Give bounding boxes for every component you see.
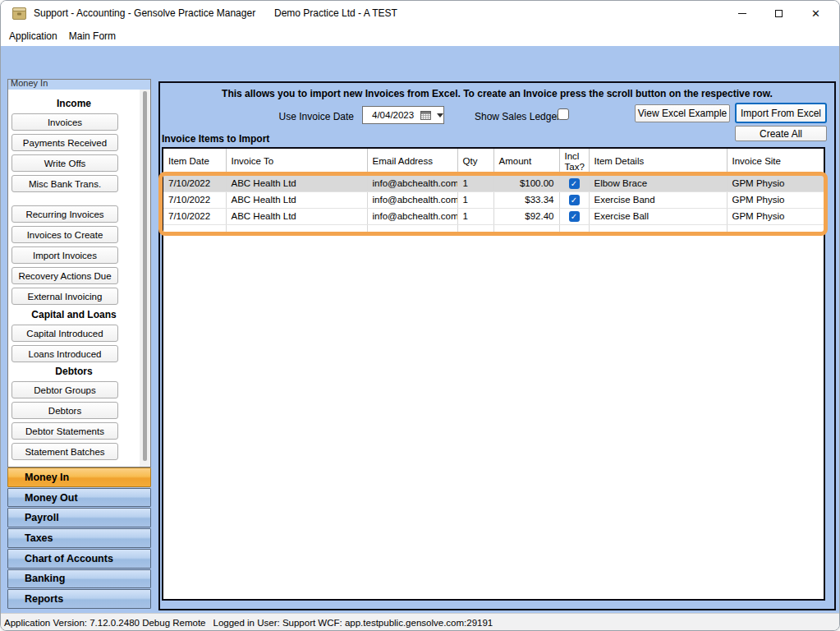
close-button[interactable]: ✕	[797, 1, 834, 25]
cell-invoice-to: ABC Health Ltd	[226, 208, 367, 224]
sidebar-button-debtor-groups[interactable]: Debtor Groups	[11, 381, 118, 398]
screenshot-stage: Support - Accounting - Gensolve Practice…	[0, 0, 840, 631]
table-title: Invoice Items to Import	[162, 133, 269, 145]
menu-main-form[interactable]: Main Form	[69, 30, 116, 42]
cell-amount: $92.40	[493, 208, 559, 224]
cell-item-date: 7/10/2022	[163, 191, 226, 208]
sidebar-scrollbar[interactable]	[140, 90, 150, 467]
nav-banking[interactable]: Banking	[7, 569, 151, 589]
sidebar-button-debtor-statements[interactable]: Debtor Statements	[11, 422, 118, 440]
show-sales-ledger-checkbox[interactable]	[558, 108, 569, 120]
cell-qty: 1	[457, 208, 493, 224]
cell-item-details: Exercise Band	[589, 191, 727, 208]
cell-invoice-site: GPM Physio	[727, 191, 824, 208]
use-invoice-date-label: Use Invoice Date	[239, 111, 354, 122]
incl-tax-checkbox[interactable]	[569, 195, 580, 205]
sidebar-header-income: Income	[8, 98, 140, 110]
cell-email-address: info@abchealth.com	[367, 208, 457, 224]
sidebar-button-invoices[interactable]: Invoices	[11, 113, 118, 131]
table-row[interactable]: 7/10/2022 ABC Health Ltd info@abchealth.…	[163, 191, 824, 208]
window-subtitle: Demo Practice Ltd - A TEST	[274, 1, 397, 25]
sidebar-button-statement-batches[interactable]: Statement Batches	[11, 443, 118, 460]
cell-qty: 1	[457, 175, 493, 191]
sidebar-button-import-invoices[interactable]: Import Invoices	[11, 246, 118, 264]
sidebar-scrollbar-thumb[interactable]	[143, 91, 147, 461]
sidebar-button-recovery-actions-due[interactable]: Recovery Actions Due	[11, 267, 118, 284]
cell-email-address: info@abchealth.com	[367, 191, 457, 208]
caret-down-icon	[437, 113, 443, 117]
cell-incl-tax	[559, 208, 589, 224]
table-row[interactable]: 7/10/2022 ABC Health Ltd info@abchealth.…	[163, 208, 824, 224]
nav-money-in[interactable]: Money In	[7, 467, 151, 487]
app-window: Support - Accounting - Gensolve Practice…	[0, 0, 840, 631]
sidebar-button-write-offs[interactable]: Write Offs	[11, 154, 118, 172]
import-invoices-panel: This allows you to import new Invoices f…	[158, 81, 836, 610]
instruction-text: This allows you to import new Invoices f…	[160, 88, 834, 99]
status-app-version: Application Version: 7.12.0.2480 Debug R…	[4, 618, 206, 628]
nav-chart-of-accounts[interactable]: Chart of Accounts	[7, 549, 151, 569]
column-header-invoice-to[interactable]: Invoice To	[226, 149, 367, 175]
sidebar-gap	[8, 196, 140, 205]
status-bar: Application Version: 7.12.0.2480 Debug R…	[1, 613, 839, 631]
create-all-button[interactable]: Create All	[735, 126, 827, 141]
cell-incl-tax	[559, 175, 589, 191]
sidebar-button-debtors[interactable]: Debtors	[11, 402, 118, 419]
sidebar-button-recurring-invoices[interactable]: Recurring Invoices	[11, 205, 118, 223]
calendar-icon	[420, 110, 431, 120]
close-icon: ✕	[811, 8, 820, 19]
sidebar-button-payments-received[interactable]: Payments Received	[11, 134, 118, 151]
app-icon	[12, 7, 26, 20]
sidebar-panel: Money In Income Invoices Payments Receiv…	[7, 79, 151, 467]
column-header-incl-tax[interactable]: Incl Tax?	[559, 149, 589, 175]
title-bar: Support - Accounting - Gensolve Practice…	[1, 1, 839, 25]
nav-money-out[interactable]: Money Out	[7, 488, 151, 508]
status-logged-in-user: Logged in User: Support WCF: app.testpub…	[213, 618, 493, 628]
window-title: Support - Accounting - Gensolve Practice…	[34, 7, 255, 19]
import-from-excel-button[interactable]: Import From Excel	[735, 103, 827, 123]
minimize-button[interactable]	[723, 1, 760, 25]
grid-header-row: Item Date Invoice To Email Address Qty A…	[163, 149, 824, 175]
minimize-icon	[738, 13, 746, 14]
sidebar-button-loans-introduced[interactable]: Loans Introduced	[11, 345, 118, 362]
column-header-email-address[interactable]: Email Address	[367, 149, 457, 175]
sidebar-caption: Money In	[8, 80, 150, 90]
menu-application[interactable]: Application	[9, 30, 57, 42]
cell-invoice-to: ABC Health Ltd	[226, 191, 367, 208]
table-row[interactable]: 7/10/2022 ABC Health Ltd info@abchealth.…	[163, 175, 824, 191]
maximize-icon	[775, 10, 783, 17]
invoice-items-grid: Item Date Invoice To Email Address Qty A…	[162, 147, 825, 601]
column-header-invoice-site[interactable]: Invoice Site	[727, 149, 824, 175]
view-excel-example-button[interactable]: View Excel Example	[635, 104, 730, 122]
cell-item-details: Elbow Brace	[589, 175, 727, 191]
column-header-amount[interactable]: Amount	[493, 149, 559, 175]
sidebar-button-capital-introduced[interactable]: Capital Introduced	[11, 325, 118, 342]
maximize-button[interactable]	[760, 1, 797, 25]
menu-bar: Application Main Form	[1, 25, 839, 46]
sidebar-header-debtors: Debtors	[8, 366, 140, 378]
cell-invoice-site: GPM Physio	[727, 175, 824, 191]
cell-email-address: info@abchealth.com	[367, 175, 457, 191]
column-header-item-date[interactable]: Item Date	[163, 149, 226, 175]
show-sales-ledger-label: Show Sales Ledger	[475, 111, 560, 122]
sidebar-header-capital-and-loans: Capital and Loans	[8, 309, 140, 321]
cell-qty: 1	[457, 191, 493, 208]
column-header-qty[interactable]: Qty	[457, 149, 493, 175]
nav-payroll[interactable]: Payroll	[7, 508, 151, 527]
nav-taxes[interactable]: Taxes	[7, 528, 151, 548]
cell-amount: $100.00	[493, 175, 559, 191]
cell-amount: $33.34	[493, 191, 559, 208]
cell-item-details: Exercise Ball	[589, 208, 727, 224]
sidebar-button-misc-bank-trans[interactable]: Misc Bank Trans.	[11, 175, 118, 192]
client-area: Money In Income Invoices Payments Receiv…	[1, 46, 840, 613]
sidebar-button-external-invoicing[interactable]: External Invoicing	[11, 288, 118, 305]
table-empty-row	[163, 224, 824, 232]
sidebar-content: Income Invoices Payments Received Write …	[8, 90, 140, 467]
nav-reports[interactable]: Reports	[7, 589, 151, 609]
sidebar-button-invoices-to-create[interactable]: Invoices to Create	[11, 226, 118, 243]
column-header-item-details[interactable]: Item Details	[589, 149, 727, 175]
invoice-date-picker[interactable]: 4/04/2023	[362, 106, 444, 124]
cell-item-date: 7/10/2022	[163, 175, 226, 191]
incl-tax-checkbox[interactable]	[569, 211, 580, 222]
cell-incl-tax	[559, 191, 589, 208]
incl-tax-checkbox[interactable]	[569, 178, 580, 189]
